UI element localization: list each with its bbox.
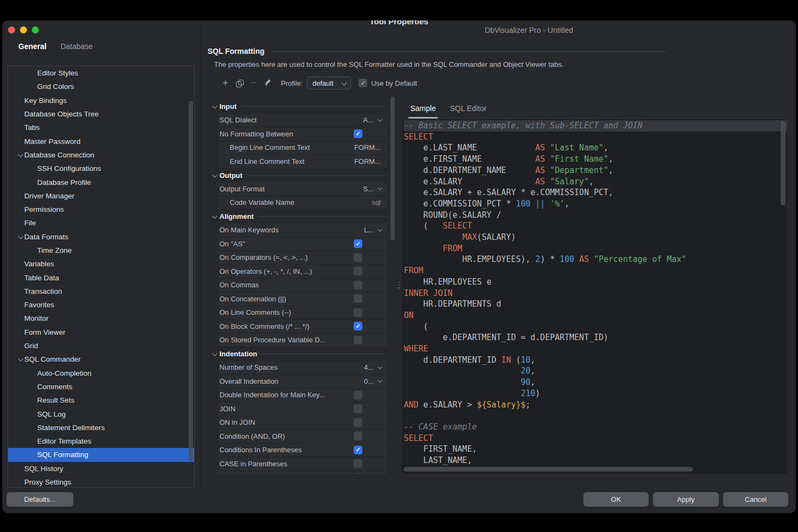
dropdown-value: 4... [364, 363, 374, 371]
tree-scrollbar-thumb[interactable] [189, 101, 193, 461]
app-titlebar: DbVisualizer Pro - Untitled [201, 20, 796, 40]
value-code-variable-name[interactable]: sql [372, 198, 381, 206]
dropdown-overall-indentation[interactable]: 0... [364, 377, 381, 385]
checkbox-on-as[interactable] [354, 239, 362, 248]
tree-item-favorites[interactable]: Favorites [8, 298, 194, 312]
rename-profile-button[interactable] [260, 77, 274, 89]
checkbox-double-indentation-for-main-key[interactable] [354, 391, 362, 399]
tab-general[interactable]: General [18, 42, 46, 56]
ok-button[interactable]: OK [583, 492, 649, 507]
apply-button[interactable]: Apply [653, 492, 719, 507]
tree-item-editor-templates[interactable]: Editor Templates [8, 434, 194, 448]
tab-sample[interactable]: Sample [403, 104, 443, 119]
tree-item-driver-manager[interactable]: Driver Manager [8, 189, 194, 203]
checkbox-condition-and-or[interactable] [354, 432, 362, 440]
zoom-window-button[interactable] [32, 26, 39, 33]
code-horizontal-scrollbar-thumb[interactable] [404, 467, 693, 472]
checkbox-on-in-join[interactable] [354, 418, 362, 427]
tab-database[interactable]: Database [60, 42, 93, 56]
chevron-down-icon [212, 213, 217, 219]
profile-toolbar: + − Profile: default Use by Default [218, 76, 787, 90]
tree-item-sql-history[interactable]: SQL History [8, 462, 194, 475]
tree-item-data-formats[interactable]: Data Formats [8, 230, 194, 244]
code-token: e.FIRST_NAME [404, 154, 535, 164]
use-by-default-checkbox[interactable] [359, 79, 367, 87]
sql-code[interactable]: -- Basic SELECT example, with Sub-SELECT… [402, 119, 787, 474]
tree-item-database-objects-tree[interactable]: Database Objects Tree [8, 107, 194, 121]
column-resize-handle[interactable]: ⋮ [396, 96, 402, 474]
code-line: ROUND(e.SALARY / [404, 210, 787, 221]
prop-row-on-concatenation: On Concatenation (||) [218, 292, 387, 306]
tree-item-comments[interactable]: Comments [8, 380, 194, 393]
tree-item-editor-styles[interactable]: Editor Styles [8, 66, 194, 80]
tree-item-ssh-configurations[interactable]: SSH Configurations [8, 162, 194, 175]
checkbox-conditions-in-parentheses[interactable] [354, 446, 362, 454]
tab-sql-editor[interactable]: SQL Editor [443, 104, 493, 119]
remove-profile-button[interactable]: − [246, 77, 260, 89]
tree-item-proxy-settings[interactable]: Proxy Settings [8, 475, 194, 488]
tree-item-key-bindings[interactable]: Key Bindings [8, 94, 194, 107]
tree-item-result-sets[interactable]: Result Sets [8, 393, 194, 407]
checkbox-no-formatting-between[interactable] [354, 129, 362, 138]
tree-item-time-zone[interactable]: Time Zone [8, 244, 194, 257]
checkbox-join[interactable] [354, 404, 362, 413]
code-vertical-scrollbar-thumb[interactable] [781, 121, 786, 205]
tree-item-master-password[interactable]: Master Password [8, 134, 194, 148]
checkbox-on-commas[interactable] [354, 281, 362, 289]
tree-item-permissions[interactable]: Permissions [8, 203, 194, 216]
tree-item-database-connection[interactable]: Database Connection [8, 148, 194, 162]
checkbox-then-in-case[interactable] [354, 473, 362, 474]
tree-item-label: Editor Templates [37, 437, 91, 445]
chevron-down-icon [212, 103, 217, 109]
close-window-button[interactable] [8, 26, 15, 33]
checkbox-on-comparators[interactable] [354, 253, 362, 262]
prop-label: ON in JOIN [219, 418, 354, 426]
section-label: Alignment [219, 212, 254, 220]
checkbox-on-operators-in[interactable] [354, 267, 362, 275]
properties-scrollbar-thumb[interactable] [390, 96, 395, 240]
tree-item-tabs[interactable]: Tabs [8, 121, 194, 134]
cancel-button[interactable]: Cancel [723, 492, 788, 507]
tree-item-statement-delimiters[interactable]: Statement Delimiters [8, 421, 194, 434]
defaults-button[interactable]: Defaults... [6, 492, 73, 507]
dropdown-on-main-keywords[interactable]: L... [364, 226, 381, 234]
profile-dropdown[interactable]: default [307, 77, 351, 89]
code-token: ) * [540, 254, 560, 264]
tree-expand-chevron-down-icon[interactable] [16, 357, 24, 361]
section-input[interactable]: Input [208, 100, 387, 114]
tree-item-database-profile[interactable]: Database Profile [8, 175, 194, 189]
tree-item-form-viewer[interactable]: Form Viewer [8, 326, 194, 339]
tree-item-auto-completion[interactable]: Auto-Completion [8, 367, 194, 380]
settings-tree[interactable]: Editor StylesGrid ColorsKey BindingsData… [8, 66, 195, 488]
add-profile-button[interactable]: + [218, 77, 232, 89]
tree-item-monitor[interactable]: Monitor [8, 312, 194, 325]
dropdown-output-format[interactable]: S... [363, 185, 381, 193]
tree-item-grid[interactable]: Grid [8, 339, 194, 353]
minimize-window-button[interactable] [20, 26, 27, 33]
tree-item-sql-formatting[interactable]: SQL Formatting [8, 448, 194, 461]
prop-row-overall-indentation: Overall Indentation0... [218, 375, 387, 389]
section-alignment[interactable]: Alignment [208, 210, 387, 224]
tree-item-sql-log[interactable]: SQL Log [8, 407, 194, 420]
duplicate-profile-button[interactable] [232, 77, 246, 89]
tree-item-grid-colors[interactable]: Grid Colors [8, 80, 194, 93]
checkbox-on-stored-procedure-variable-d[interactable] [354, 336, 362, 344]
checkbox-on-concatenation[interactable] [354, 294, 362, 303]
section-indentation[interactable]: Indentation [208, 347, 387, 361]
tree-item-variables[interactable]: Variables [8, 257, 194, 271]
tree-item-table-data[interactable]: Table Data [8, 271, 194, 284]
section-output[interactable]: Output [208, 169, 387, 183]
tree-item-file[interactable]: File [8, 216, 194, 230]
value-end-line-comment-text[interactable]: FORM... [354, 157, 381, 165]
tree-expand-chevron-down-icon[interactable] [16, 235, 24, 239]
tree-item-transaction[interactable]: Transaction [8, 285, 194, 298]
dropdown-number-of-spaces[interactable]: 4... [364, 363, 381, 371]
checkbox-on-block-comments[interactable] [354, 322, 362, 330]
checkbox-case-in-parentheses[interactable] [354, 459, 362, 468]
tree-item-sql-commander[interactable]: SQL Commander [8, 353, 194, 366]
dropdown-sql-dialect[interactable]: A... [363, 116, 381, 124]
tree-expand-chevron-down-icon[interactable] [16, 153, 24, 157]
code-token: ${Salary}$ [477, 400, 525, 410]
checkbox-on-line-comments[interactable] [354, 308, 362, 317]
value-begin-line-comment-text[interactable]: FORM... [354, 143, 381, 151]
